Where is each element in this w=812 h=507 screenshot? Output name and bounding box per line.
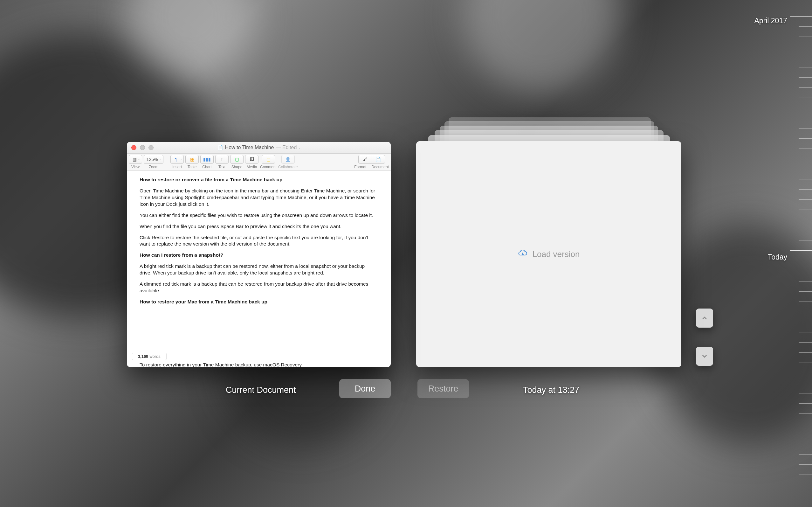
table-icon: ▦	[189, 157, 195, 162]
document-inspector-button[interactable]: 📄	[372, 155, 385, 164]
paragraph: A dimmed red tick mark is a backup that …	[139, 281, 378, 294]
wallpaper-blob	[462, 0, 621, 96]
sidebar-icon: ▥	[131, 157, 138, 162]
timeline-tick[interactable]	[799, 312, 812, 312]
heading: How to restore or recover a file from a …	[139, 176, 378, 183]
text-icon: T	[218, 157, 226, 162]
cloud-download-icon	[518, 249, 527, 260]
version-timestamp-label: Today at 13:27	[523, 385, 579, 395]
timeline-tick[interactable]	[799, 373, 812, 373]
timeline-tick[interactable]	[799, 271, 812, 271]
timeline-tick[interactable]	[799, 179, 812, 179]
timeline-tick[interactable]	[799, 424, 812, 424]
current-document-window: 📄 How to Time Machine — Edited ⌵ ▥⌵ View…	[127, 142, 391, 367]
timeline-tick[interactable]	[799, 413, 812, 414]
zoom-select[interactable]: 125%⌵	[144, 155, 164, 164]
nav-older-button[interactable]	[696, 308, 713, 328]
toolbar-label: Format	[354, 165, 366, 169]
collaborate-button[interactable]: 👤	[282, 155, 295, 164]
toolbar-label: Zoom	[149, 165, 159, 169]
timeline-tick[interactable]	[799, 322, 812, 322]
document-icon: 📄	[217, 145, 223, 151]
timeline-tick[interactable]	[799, 261, 812, 261]
timeline-tick[interactable]	[799, 240, 812, 240]
timeline-tick[interactable]	[799, 464, 812, 465]
timeline-tick[interactable]	[799, 352, 812, 353]
window-titlebar[interactable]: 📄 How to Time Machine — Edited ⌵	[127, 142, 391, 154]
insert-icon: ¶	[173, 157, 180, 162]
timeline-tick[interactable]	[799, 118, 812, 118]
timeline-tick[interactable]	[799, 88, 812, 88]
paragraph: Click Restore to restore the selected fi…	[139, 234, 378, 248]
version-preview-card[interactable]: Load version	[416, 141, 681, 367]
timeline-tick[interactable]	[799, 26, 812, 27]
document-inspector-icon: 📄	[375, 157, 382, 162]
toolbar-label: Media	[247, 165, 257, 169]
done-button[interactable]: Done	[339, 379, 391, 398]
window-title[interactable]: 📄 How to Time Machine — Edited ⌵	[127, 145, 391, 151]
view-button[interactable]: ▥⌵	[129, 155, 142, 164]
media-button[interactable]: 🖼	[245, 155, 258, 164]
toolbar-label: Text	[218, 165, 226, 169]
insert-button[interactable]: ¶⌵	[171, 155, 184, 164]
timeline-tick[interactable]	[799, 444, 812, 444]
timeline-tick[interactable]	[799, 159, 812, 159]
table-button[interactable]: ▦	[185, 155, 199, 164]
timeline-tick[interactable]	[799, 301, 812, 302]
chart-button[interactable]: ▮▮▮	[200, 155, 214, 164]
toolbar-label: Chart	[202, 165, 211, 169]
timeline-tick[interactable]	[799, 403, 812, 404]
document-name: How to Time Machine	[225, 145, 274, 151]
timeline-tick[interactable]	[799, 485, 812, 485]
timeline-tick[interactable]	[799, 47, 812, 47]
timeline-tick[interactable]	[799, 57, 812, 57]
timeline-tick[interactable]	[799, 220, 812, 220]
timeline-tick[interactable]	[799, 342, 812, 343]
nav-newer-button[interactable]	[696, 347, 713, 366]
timeline-tick[interactable]	[799, 210, 812, 210]
timeline-tick[interactable]	[799, 200, 812, 200]
timeline-tick[interactable]	[790, 250, 812, 251]
restore-button[interactable]: Restore	[418, 379, 469, 398]
timeline-tick[interactable]	[799, 169, 812, 169]
timeline-tick[interactable]	[799, 37, 812, 37]
toolbar-label: Table	[188, 165, 197, 169]
document-footer: 3,169 words To restore everything in you…	[127, 357, 391, 367]
timeline-tick[interactable]	[790, 16, 812, 16]
timeline-tick[interactable]	[799, 495, 812, 495]
timeline-tick[interactable]	[799, 332, 812, 332]
toolbar-label: Shape	[232, 165, 243, 169]
paragraph: When you find the file you can press Spa…	[139, 223, 378, 230]
timeline-tick[interactable]	[799, 291, 812, 292]
document-body[interactable]: How to restore or recover a file from a …	[127, 171, 391, 357]
timeline-tick[interactable]	[799, 98, 812, 98]
timeline-tick[interactable]	[799, 383, 812, 383]
shape-button[interactable]: ▢	[230, 155, 244, 164]
timeline-tick[interactable]	[799, 474, 812, 475]
load-version-label: Load version	[533, 249, 580, 259]
timeline-tick[interactable]	[799, 138, 812, 139]
timeline-ruler[interactable]	[793, 16, 812, 507]
timeline-tick[interactable]	[799, 362, 812, 363]
timeline-tick[interactable]	[799, 189, 812, 189]
timeline-tick[interactable]	[799, 434, 812, 434]
timeline-tick[interactable]	[799, 230, 812, 230]
format-brush-icon: 🖌	[362, 157, 369, 162]
comment-icon: ▢	[265, 157, 272, 162]
format-button[interactable]: 🖌	[358, 155, 372, 164]
chevron-down-icon[interactable]: ⌵	[299, 146, 301, 150]
toolbar-label: Comment	[260, 165, 276, 169]
word-count[interactable]: 3,169 words	[132, 353, 167, 360]
comment-button[interactable]: ▢	[262, 155, 275, 164]
toolbar-label: Collaborate	[278, 165, 298, 169]
toolbar: ▥⌵ View 125%⌵ Zoom ¶⌵ Insert ▦ Table ▮▮▮…	[127, 154, 391, 171]
text-button[interactable]: T	[215, 155, 229, 164]
timeline-tick[interactable]	[799, 393, 812, 393]
timeline-top-label: April 2017	[754, 16, 787, 25]
timeline-tick[interactable]	[799, 67, 812, 67]
timeline-tick[interactable]	[799, 108, 812, 108]
chart-icon: ▮▮▮	[203, 157, 210, 162]
timeline-tick[interactable]	[799, 77, 812, 77]
timeline-tick[interactable]	[799, 128, 812, 128]
timeline-tick[interactable]	[799, 149, 812, 149]
